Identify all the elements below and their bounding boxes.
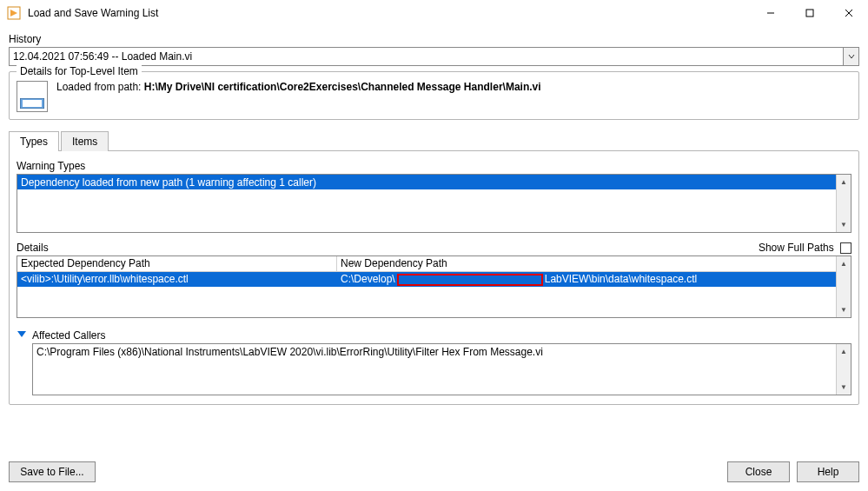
titlebar: Load and Save Warning List xyxy=(0,0,868,26)
scroll-down-icon[interactable]: ▼ xyxy=(837,380,851,395)
maximize-button[interactable] xyxy=(790,0,829,26)
scroll-track[interactable] xyxy=(837,271,851,302)
warning-types-list[interactable]: Dependency loaded from new path (1 warni… xyxy=(17,174,851,233)
new-path-prefix: C:\Develop\ xyxy=(341,273,395,285)
window-controls xyxy=(751,0,868,26)
redacted-segment xyxy=(397,274,543,286)
column-new-path[interactable]: New Dependency Path xyxy=(337,256,836,271)
warning-types-label: Warning Types xyxy=(17,160,851,172)
triangle-down-icon xyxy=(17,328,27,339)
scroll-up-icon[interactable]: ▲ xyxy=(837,256,851,271)
save-to-file-button[interactable]: Save to File... xyxy=(9,461,96,482)
history-label: History xyxy=(9,33,859,45)
dependency-table[interactable]: Expected Dependency Path New Dependency … xyxy=(17,255,851,318)
close-dialog-button[interactable]: Close xyxy=(727,461,790,482)
scrollbar[interactable]: ▲ ▼ xyxy=(836,344,851,395)
app-icon xyxy=(7,6,21,20)
scroll-up-icon[interactable]: ▲ xyxy=(837,175,851,189)
close-button[interactable] xyxy=(829,0,868,26)
expected-path-cell: <vilib>:\Utility\error.llb\whitespace.ct… xyxy=(17,272,337,287)
scroll-down-icon[interactable]: ▼ xyxy=(837,217,851,232)
show-full-paths[interactable]: Show Full Paths xyxy=(759,242,851,254)
scroll-up-icon[interactable]: ▲ xyxy=(837,344,851,359)
new-path-suffix: LabVIEW\bin\data\whitespace.ctl xyxy=(545,273,697,285)
svg-rect-3 xyxy=(806,10,813,17)
scrollbar[interactable]: ▲ ▼ xyxy=(836,256,851,317)
scroll-track[interactable] xyxy=(837,189,851,217)
top-level-legend: Details for Top-Level Item xyxy=(17,65,142,77)
tabs: Types Items xyxy=(9,130,859,150)
svg-rect-7 xyxy=(23,100,42,107)
loaded-from-path: Loaded from path: H:\My Drive\NI certifi… xyxy=(56,81,541,93)
chevron-down-icon xyxy=(847,52,856,61)
svg-marker-8 xyxy=(17,331,26,337)
loaded-path-value: H:\My Drive\NI certification\Core2Exerci… xyxy=(144,81,541,93)
affected-callers-list[interactable]: C:\Program Files (x86)\National Instrume… xyxy=(32,343,851,395)
tab-types[interactable]: Types xyxy=(9,131,59,151)
details-label: Details xyxy=(17,242,49,254)
show-full-paths-checkbox[interactable] xyxy=(840,242,851,254)
scrollbar[interactable]: ▲ ▼ xyxy=(836,175,851,232)
vi-icon xyxy=(17,81,48,112)
scroll-track[interactable] xyxy=(837,359,851,380)
top-level-groupbox: Details for Top-Level Item Loaded from p… xyxy=(9,71,859,120)
affected-callers-label: Affected Callers xyxy=(32,329,106,342)
scroll-down-icon[interactable]: ▼ xyxy=(837,302,851,317)
column-expected-path[interactable]: Expected Dependency Path xyxy=(17,256,337,271)
warning-type-row[interactable]: Dependency loaded from new path (1 warni… xyxy=(17,175,836,189)
history-selected-value: 12.04.2021 07:56:49 -- Loaded Main.vi xyxy=(13,50,192,63)
history-dropdown[interactable]: 12.04.2021 07:56:49 -- Loaded Main.vi xyxy=(9,47,844,66)
new-path-cell: C:\Develop\LabVIEW\bin\data\whitespace.c… xyxy=(337,272,836,287)
loaded-label: Loaded from path: xyxy=(56,81,144,93)
collapse-toggle[interactable] xyxy=(17,328,27,342)
button-bar: Save to File... Close Help xyxy=(9,461,859,482)
tab-items[interactable]: Items xyxy=(61,131,109,151)
help-button[interactable]: Help xyxy=(797,461,859,482)
window-title: Load and Save Warning List xyxy=(28,7,751,19)
affected-caller-row[interactable]: C:\Program Files (x86)\National Instrume… xyxy=(36,346,832,358)
show-full-paths-label: Show Full Paths xyxy=(759,242,834,254)
history-dropdown-button[interactable] xyxy=(844,47,859,66)
dependency-row[interactable]: <vilib>:\Utility\error.llb\whitespace.ct… xyxy=(17,272,836,287)
minimize-button[interactable] xyxy=(751,0,790,26)
